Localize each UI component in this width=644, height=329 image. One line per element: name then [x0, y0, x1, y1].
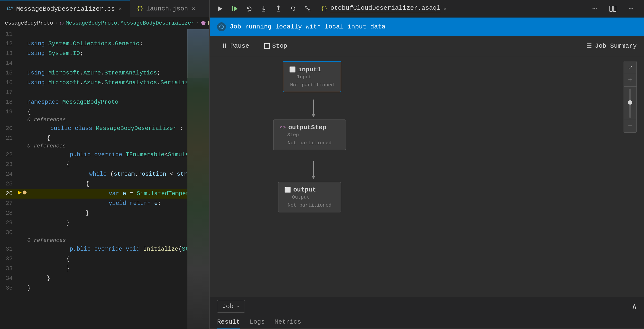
connector-line-1 — [313, 100, 314, 114]
connection-button[interactable] — [302, 4, 313, 14]
code-block-31: 0 references 31 public override void Ini… — [0, 238, 188, 254]
job-dropdown[interactable]: Job ▾ — [217, 300, 245, 313]
connector-line-2 — [313, 161, 314, 176]
code-line-23: 23 { — [0, 160, 188, 169]
result-tab-label: Result — [217, 318, 240, 326]
close-tab-json[interactable]: ✕ — [191, 5, 196, 12]
pause-icon: ⏸ — [221, 42, 228, 50]
job-controls-bar: ⏸ Pause Stop ☰ Job Summary — [210, 36, 644, 56]
input-node-title: input1 — [298, 66, 321, 73]
svg-rect-11 — [610, 6, 612, 12]
more-actions-button[interactable]: ⋯ — [623, 4, 639, 14]
bottom-panel-header: Job ▾ ∧ — [210, 297, 644, 316]
zoom-plus-button[interactable]: + — [624, 74, 636, 87]
output-node: ⬜ output Output Not partitioned — [278, 182, 341, 212]
connector-2 — [312, 161, 316, 179]
code-line-32: 32 { — [0, 254, 188, 264]
svg-point-3 — [247, 7, 249, 9]
debug-run-button[interactable] — [229, 4, 240, 14]
job-status-text: Job running locally with local input dat… — [230, 23, 386, 30]
svg-marker-0 — [218, 6, 222, 11]
code-line-29: 29 } — [0, 218, 188, 228]
input-node-icon: ⬜ — [289, 66, 296, 73]
stop-checkbox-icon — [264, 43, 270, 49]
breadcrumb-part-1: essageBodyProto — [5, 20, 53, 26]
job-running-icon — [217, 22, 226, 31]
zoom-controls: ⤢ + − — [624, 61, 637, 132]
output-step-node: <> outputStep Step Not partitioned — [273, 120, 346, 150]
code-line-31-hint: 0 references — [0, 238, 188, 244]
left-tab-more[interactable]: ... — [203, 4, 209, 13]
output-node-footer: Not partitioned — [284, 202, 335, 208]
job-summary-label: Job Summary — [595, 42, 637, 50]
logs-tab[interactable]: Logs — [250, 318, 265, 328]
code-line-20: 20 public class MessageBodyDeserializer … — [0, 124, 188, 133]
code-line-18: 18 namespace MessageBodyProto — [0, 97, 188, 107]
code-line-19: 19 { — [0, 107, 188, 117]
left-tab-bar: C# MessageBodyDeserializer.cs ✕ {} launc… — [0, 0, 209, 18]
zoom-expand-button[interactable]: ⤢ — [624, 61, 636, 74]
metrics-tab[interactable]: Metrics — [274, 318, 301, 328]
breadcrumb-method-icon: ⬟ — [201, 20, 206, 26]
code-line-16: 16 using Microsoft.Azure.StreamAnalytics… — [0, 78, 188, 88]
tab-cs-file[interactable]: C# MessageBodyDeserializer.cs ✕ — [0, 0, 130, 17]
connector-arrow-2 — [312, 176, 316, 179]
svg-rect-12 — [613, 6, 616, 12]
tab-json-file[interactable]: {} launch.json ✕ — [130, 0, 203, 17]
code-line-12: 12 using System.Collections.Generic; — [0, 39, 188, 49]
pause-label: Pause — [230, 42, 249, 50]
zoom-slider-track[interactable] — [629, 88, 631, 118]
code-line-22: 22 public override IEnumerable<Simulated… — [0, 150, 188, 160]
code-line-14: 14 — [0, 58, 188, 68]
breadcrumb-class: MessageBodyProto.MessageBodyDeserializer — [66, 20, 194, 26]
asaql-file-icon: {} — [321, 6, 327, 12]
pause-button[interactable]: ⏸ Pause — [217, 40, 253, 52]
editor-minimap[interactable] — [188, 29, 209, 329]
collapse-panel-button[interactable]: ∧ — [632, 302, 637, 311]
zoom-minus-button[interactable]: − — [624, 120, 636, 132]
bottom-panel: Job ▾ ∧ Result Logs Metrics — [210, 297, 644, 329]
zoom-slider-thumb[interactable] — [628, 100, 632, 105]
step-out-button[interactable] — [273, 4, 284, 14]
right-tab-more[interactable]: ⋯ — [586, 4, 602, 14]
code-line-20-hint: 0 references — [0, 117, 188, 124]
json-file-icon: {} — [137, 6, 143, 12]
breadcrumb-class-icon: ⬡ — [60, 21, 64, 26]
close-right-tab[interactable]: ✕ — [444, 5, 446, 12]
input-node-footer: Not partitioned — [289, 82, 335, 88]
code-line-26: 26 ▶ var e = SimulatedTemperatureSensor.… — [0, 189, 188, 198]
breadcrumb-sep-2: › — [196, 20, 199, 26]
dropdown-arrow-icon: ▾ — [236, 303, 240, 310]
code-line-15: 15 using Microsoft.Azure.StreamAnalytics… — [0, 68, 188, 78]
code-line-17: 17 — [0, 88, 188, 97]
breakpoint-dot — [23, 190, 26, 194]
code-line-22-hint: 0 references — [0, 143, 188, 150]
svg-rect-1 — [232, 6, 233, 11]
code-line-31: 31 public override void Initialize(Strea… — [0, 244, 188, 254]
code-line-34: 34 } — [0, 274, 188, 283]
right-toolbar: {} otobufCloudDeserializer.asaql ✕ ⋯ ⋯ — [210, 0, 644, 18]
code-line-21: 21 { — [0, 133, 188, 143]
code-line-13: 13 using System.IO; — [0, 49, 188, 58]
job-summary-button[interactable]: ☰ Job Summary — [586, 42, 637, 50]
input1-node: ⬜ input1 Input Not partitioned — [283, 61, 341, 92]
code-line-28: 28 } — [0, 208, 188, 218]
output-node-title: output — [293, 186, 316, 194]
step-node-icon: <> — [280, 124, 286, 131]
stop-button[interactable]: Stop — [260, 40, 291, 52]
restart-button[interactable] — [288, 4, 298, 14]
result-tab[interactable]: Result — [217, 318, 240, 328]
output-node-subtitle: Output — [292, 194, 335, 200]
step-over-button[interactable] — [244, 4, 254, 14]
code-editor-content[interactable]: 11 12 using System.Collections.Generic; — [0, 29, 209, 329]
step-into-button[interactable] — [258, 4, 269, 14]
bottom-tab-bar: Result Logs Metrics — [210, 316, 644, 329]
svg-point-9 — [308, 9, 310, 11]
code-line-11: 11 — [0, 29, 188, 39]
svg-point-8 — [305, 6, 307, 8]
split-editor-button[interactable] — [607, 4, 619, 14]
run-all-button[interactable] — [215, 4, 226, 14]
breadcrumb-sep-1: › — [55, 20, 58, 26]
close-tab-cs[interactable]: ✕ — [118, 5, 123, 13]
right-tab-label[interactable]: otobufCloudDeserializer.asaql — [330, 4, 440, 13]
